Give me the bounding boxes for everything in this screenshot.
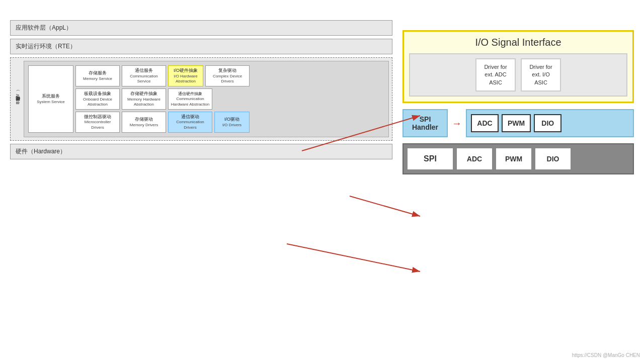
app-layer: 应用软件层（AppL） [10, 20, 392, 36]
comm-service-cell: 通信服务 Communication Service [122, 65, 166, 86]
driver-ext-io: Driver for ext. I/O ASIC [521, 58, 561, 92]
hw-layer: 硬件（Hardware） [10, 144, 392, 159]
watermark: https://CSDN @ManGo CHEN [572, 352, 640, 358]
memory-hw-abs-cell: 存储硬件抽象 Memory Hardware Abstraction [122, 88, 166, 110]
mem-hw-abs-cn: 存储硬件抽象 [130, 91, 157, 97]
io-signal-inner: Driver for ext. ADC ASIC Driver for ext.… [409, 53, 627, 97]
main-container: 应用软件层（AppL） 实时运行环境（RTE） 基础软件（BSW） 系统服务 S… [0, 0, 644, 362]
right-side: I/O Signal Interface Driver for ext. ADC… [403, 20, 634, 352]
io-drv-cn: I/O驱动 [224, 117, 239, 123]
grid-wrapper: 系统服务 System Service 存储服务 Memory Service [28, 65, 384, 133]
micro-en: Microcontroller Drivers [78, 120, 117, 130]
mem-hw-abs-en: Memory Hardware Abstraction [124, 97, 164, 108]
row3: 微控制器驱动 Microcontroller Drivers 存储驱动 Memo… [75, 112, 384, 133]
spi-handler-label: SPIHandler [412, 115, 438, 131]
system-service-cell: 系统服务 System Service [28, 65, 73, 133]
comm-service-en: Communication Service [124, 74, 164, 84]
comm-hw-abs-en: Communication Hardware Abstraction [171, 97, 210, 107]
io-hw-abs-cell: I/O硬件抽象 I/O Hardware Abstraction [168, 65, 203, 86]
comm-drv-en: Communication Drivers [171, 120, 210, 130]
hw-spi: SPI [408, 148, 453, 169]
onboard-cn: 板载设备抽象 [84, 91, 111, 97]
onboard-en: Onboard Device Abstraction [78, 97, 117, 108]
spi-handler-row: SPIHandler → ADC PWM DIO [403, 109, 634, 137]
io-signal-box: I/O Signal Interface Driver for ext. ADC… [403, 30, 634, 103]
grid-rows: 存储服务 Memory Service 通信服务 Communication S… [75, 65, 384, 133]
memory-drivers-cell: 存储驱动 Memory Drivers [122, 112, 166, 133]
comm-hw-abs-cell: 通信硬件抽象 Communication Hardware Abstractio… [168, 88, 212, 110]
comm-drivers-cell: 通信驱动 Communication Drivers [168, 112, 212, 133]
hw-adc: ADC [457, 148, 492, 169]
complex-drivers-cn: 复杂驱动 [218, 68, 236, 74]
hw-chips-row: SPI ADC PWM DIO [403, 143, 634, 174]
micro-cn: 微控制器驱动 [84, 114, 111, 120]
memory-service-cell: 存储服务 Memory Service [75, 65, 120, 86]
inner-grid: 系统服务 System Service 存储服务 Memory Service [24, 61, 389, 137]
comm-drv-cn: 通信驱动 [181, 114, 199, 120]
adc-chip: ADC [471, 114, 499, 132]
rte-layer-label: 实时运行环境（RTE） [16, 43, 76, 50]
onboard-device-cell: 板载设备抽象 Onboard Device Abstraction [75, 88, 120, 110]
complex-drivers-cell: 复杂驱动 Complex Device Drivers [205, 65, 250, 86]
micro-drivers-cell: 微控制器驱动 Microcontroller Drivers [75, 112, 120, 133]
hw-dio: DIO [535, 148, 571, 169]
comm-hw-abs-cn: 通信硬件抽象 [178, 92, 202, 97]
dio-chip: DIO [534, 114, 561, 132]
mem-drv-cn: 存储驱动 [135, 117, 153, 123]
rte-layer: 实时运行环境（RTE） [10, 39, 392, 54]
memory-service-en: Memory Service [83, 76, 112, 81]
system-service-en: System Service [37, 100, 65, 105]
hw-layer-label: 硬件（Hardware） [16, 148, 66, 155]
io-drv-en: I/O Drivers [222, 123, 242, 128]
spi-handler-box: SPIHandler [403, 109, 448, 137]
app-layer-label: 应用软件层（AppL） [16, 24, 72, 31]
row2: 板载设备抽象 Onboard Device Abstraction 存储硬件抽象… [75, 88, 384, 110]
system-service-cn: 系统服务 [42, 94, 60, 100]
driver-ext-adc: Driver for ext. ADC ASIC [475, 58, 516, 92]
pwm-chip: PWM [502, 114, 531, 132]
left-side: 应用软件层（AppL） 实时运行环境（RTE） 基础软件（BSW） 系统服务 S… [10, 20, 392, 352]
hw-pwm: PWM [496, 148, 531, 169]
complex-drivers-en: Complex Device Drivers [208, 74, 247, 84]
bsw-text: 基础软件（BSW） [15, 94, 21, 105]
io-signal-title: I/O Signal Interface [409, 37, 627, 48]
comm-service-cn: 通信服务 [135, 68, 153, 74]
mem-drv-en: Memory Drivers [130, 123, 158, 128]
bsw-label: 基础软件（BSW） [13, 58, 23, 140]
row1: 存储服务 Memory Service 通信服务 Communication S… [75, 65, 384, 86]
memory-service-cn: 存储服务 [89, 70, 107, 76]
arrow-right-icon: → [452, 109, 462, 137]
adc-pwm-dio-row: ADC PWM DIO [466, 109, 634, 137]
io-drivers-cell: I/O驱动 I/O Drivers [214, 112, 250, 133]
